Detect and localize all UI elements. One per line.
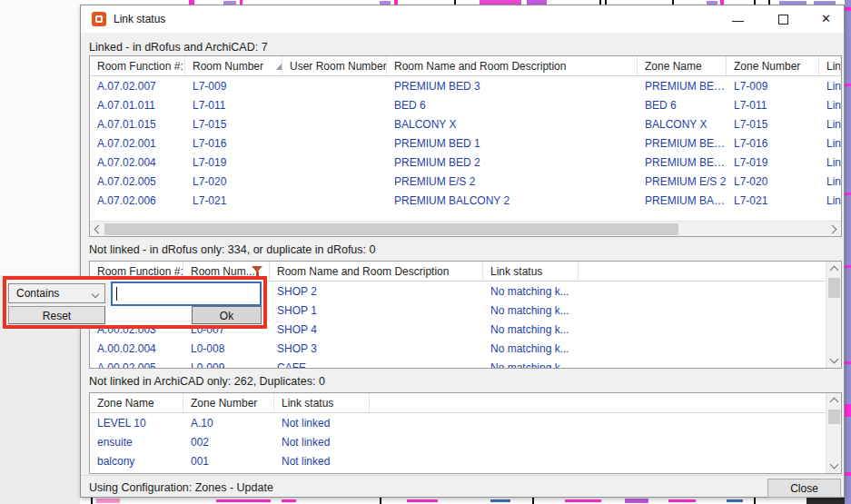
cell-empty	[370, 432, 841, 451]
column-header-link[interactable]: Link	[819, 56, 841, 75]
cell-room-number: L7-009	[185, 76, 282, 95]
not-linked-archicad-body: LEVEL 10 A.10 Not linked ensuite 002 Not…	[90, 413, 841, 474]
drofus-logo-icon	[92, 12, 106, 26]
table-row[interactable]: A.07.02.005 L7-020 PREMIUM E/S 2 PREMIUM…	[90, 172, 841, 191]
column-header-user-room-number[interactable]: User Room Number	[282, 56, 387, 75]
cell-room-number: L7-015	[185, 114, 282, 133]
cell-link-status: No matching k...	[483, 339, 579, 358]
not-linked-archicad-label: Not linked in ArchiCAD only: 262, Duplic…	[89, 375, 325, 388]
scroll-right-icon[interactable]	[828, 225, 837, 234]
cell-zone-name: PREMIUM BALCONY 2	[638, 191, 727, 210]
cell-room-name: CAFE	[270, 358, 483, 369]
scroll-left-icon[interactable]	[94, 225, 104, 234]
column-header-empty	[579, 262, 841, 281]
cad-canvas-bottom-strip	[80, 498, 851, 504]
scroll-down-icon[interactable]	[830, 460, 839, 469]
cell-zone-name: LEVEL 10	[90, 413, 183, 432]
cell-link: Linked	[819, 191, 841, 210]
cell-link-status: Not linked	[274, 451, 370, 470]
cell-room-name: BED 6	[387, 95, 638, 114]
cell-function: A.07.02.007	[90, 76, 185, 95]
cell-zone-name: BALCONY X	[638, 114, 727, 133]
cad-fragment	[845, 404, 851, 417]
cell-function: A.07.02.004	[90, 153, 185, 172]
scrollbar-thumb[interactable]	[828, 278, 840, 298]
table-row[interactable]: A.07.02.006 L7-021 PREMIUM BALCONY 2 PRE…	[90, 191, 841, 210]
cell-room-number: L0-008	[183, 339, 270, 358]
cell-zone-number: L7-019	[727, 153, 819, 172]
cell-room-name: SHOP 2	[270, 282, 483, 301]
column-header-zone-name[interactable]: Zone Name	[638, 56, 727, 75]
cell-room-number: L7-019	[185, 153, 282, 172]
table-row[interactable]: A.00.02.004 L0-008 SHOP 3 No matching k.…	[90, 339, 841, 358]
filter-operator-value: Contains	[16, 287, 59, 300]
table-row[interactable]: A.07.01.015 L7-015 BALCONY X BALCONY X L…	[90, 114, 841, 133]
column-header-label: Room Number	[193, 60, 263, 73]
column-header-link-status[interactable]: Link status	[274, 393, 370, 412]
cell-link: Linked	[819, 114, 841, 133]
close-button[interactable]: Close	[767, 479, 841, 498]
table-row[interactable]: A.07.02.007 L7-009 PREMIUM BED 3 PREMIUM…	[90, 76, 841, 95]
cell-room-name: BALCONY X	[387, 114, 638, 133]
column-header-room-number[interactable]: Room Number	[185, 56, 282, 75]
filter-reset-button[interactable]: Reset	[8, 306, 105, 324]
cad-fragment	[845, 193, 851, 195]
filter-operator-dropdown[interactable]: Contains	[8, 283, 105, 303]
scrollbar-thumb[interactable]	[828, 410, 840, 424]
cell-zone-number: 001	[183, 451, 274, 470]
cell-user-room-number	[282, 133, 387, 153]
column-header-room-function[interactable]: Room Function #:	[90, 56, 185, 75]
scroll-up-icon[interactable]	[830, 398, 839, 407]
cell-link-status: No matching k...	[483, 358, 579, 369]
cell-zone-number: L7-021	[727, 191, 819, 210]
cad-fragment	[845, 7, 851, 11]
cad-fragment	[625, 499, 648, 503]
cad-fragment	[216, 499, 271, 502]
table-row[interactable]: balcony 001 Not linked	[90, 451, 841, 470]
linked-section-label: Linked - in dRofus and ArchiCAD: 7	[89, 41, 268, 54]
filter-popup-panel	[105, 305, 193, 325]
table-row[interactable]: A.07.02.001 L7-016 PREMIUM BED 1 PREMIUM…	[90, 133, 841, 153]
scrollbar-thumb[interactable]	[104, 223, 678, 235]
cell-link-status: No matching k...	[483, 320, 579, 339]
filter-ok-button[interactable]: Ok	[192, 306, 262, 324]
vertical-scrollbar[interactable]	[826, 393, 841, 473]
cell-user-room-number	[282, 114, 387, 133]
scroll-down-icon[interactable]	[830, 355, 839, 364]
cell-zone-number: 002	[183, 432, 274, 451]
horizontal-scrollbar[interactable]	[90, 221, 841, 236]
cell-room-number: L7-011	[185, 95, 282, 114]
cad-fragment	[845, 265, 851, 268]
cell-function: A.07.02.006	[90, 191, 185, 210]
cell-user-room-number	[282, 172, 387, 191]
cell-empty	[579, 301, 841, 320]
maximize-button[interactable]	[769, 8, 798, 30]
linked-table-body: A.07.02.007 L7-009 PREMIUM BED 3 PREMIUM…	[90, 76, 841, 211]
cell-user-room-number	[282, 95, 387, 114]
text-caret	[116, 287, 117, 301]
column-header-link-status[interactable]: Link status	[483, 262, 579, 281]
column-header-zone-name[interactable]: Zone Name	[90, 393, 183, 412]
cell-function: A.00.02.004	[90, 339, 183, 358]
column-header-zone-number[interactable]: Zone Number	[727, 56, 819, 75]
cell-zone-name: balcony	[90, 451, 183, 470]
table-row[interactable]: A.07.01.011 L7-011 BED 6 BED 6 L7-011 Li…	[90, 95, 841, 114]
table-row[interactable]: A.00.02.005 L0-009 CAFE No matching k...	[90, 358, 841, 369]
table-row[interactable]: A.07.02.004 L7-019 PREMIUM BED 2 PREMIUM…	[90, 153, 841, 172]
minimize-button[interactable]	[724, 8, 753, 30]
column-header-room-name[interactable]: Room Name and Room Description	[387, 56, 638, 75]
column-header-zone-number[interactable]: Zone Number	[183, 393, 274, 412]
vertical-scrollbar[interactable]	[826, 262, 841, 368]
cell-room-name: PREMIUM E/S 2	[387, 172, 638, 191]
close-window-button[interactable]: ✕	[813, 8, 842, 30]
cell-empty	[579, 339, 841, 358]
titlebar[interactable]: Link status ✕	[81, 5, 844, 33]
table-row[interactable]: LEVEL 10 A.10 Not linked	[90, 413, 841, 432]
table-row[interactable]: ensuite 002 Not linked	[90, 432, 841, 451]
filter-text-input[interactable]	[111, 282, 262, 306]
not-linked-drofus-label: Not linked - in dRofus only: 334, or dup…	[89, 243, 375, 256]
cell-zone-number: L7-009	[727, 76, 819, 95]
column-header-room-name[interactable]: Room Name and Room Description	[270, 262, 483, 281]
cell-zone-name: BED 6	[638, 95, 727, 114]
scroll-up-icon[interactable]	[830, 266, 839, 275]
